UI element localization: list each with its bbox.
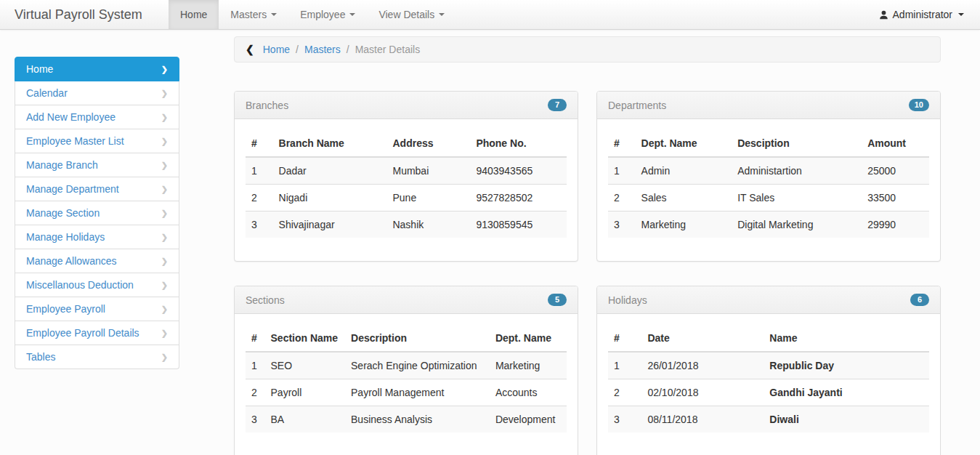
- chevron-right-icon: ❯: [161, 281, 168, 290]
- sections-panel: Sections 5 # Section Name Description De…: [234, 286, 578, 455]
- chevron-right-icon: ❯: [161, 257, 168, 266]
- cell: 1: [608, 157, 636, 185]
- panel-title: Departments: [608, 100, 666, 111]
- sidebar-item-manage-allowances[interactable]: Manage Allowances ❯: [15, 249, 179, 273]
- departments-panel-heading: Departments 10: [597, 92, 940, 119]
- table-row: 2 Payroll Payroll Management Accounts: [246, 379, 567, 406]
- sidebar-item-manage-holidays[interactable]: Manage Holidays ❯: [15, 225, 179, 249]
- sidebar-menu: Home ❯ Calendar ❯ Add New Employee ❯ Emp…: [15, 57, 179, 369]
- nav-item-view-details[interactable]: View Details: [367, 0, 456, 29]
- cell: 9130859545: [470, 212, 567, 238]
- cell: 2: [608, 185, 636, 212]
- sidebar-item-label: Employee Master List: [26, 135, 124, 147]
- dashboard-panels: Branches 7 # Branch Name Address Phone N…: [234, 91, 941, 455]
- breadcrumb-current: Master Details: [355, 44, 420, 55]
- nav-label: Home: [180, 9, 207, 20]
- column-header: Date: [641, 325, 764, 352]
- chevron-right-icon: ❯: [161, 233, 168, 242]
- app-brand[interactable]: Virtual Payroll System: [0, 0, 169, 29]
- cell: 3: [608, 212, 636, 238]
- main-content: ❮ Home / Masters / Master Details Branch…: [234, 36, 941, 455]
- sidebar-item-label: Tables: [26, 351, 55, 363]
- branches-table: # Branch Name Address Phone No. 1 Dadar …: [246, 130, 567, 238]
- chevron-right-icon: ❯: [161, 209, 168, 218]
- cell: Administartion: [732, 157, 862, 185]
- count-badge: 6: [910, 294, 929, 306]
- sidebar-item-label: Manage Holidays: [26, 231, 105, 243]
- cell: Marketing: [490, 352, 567, 379]
- cell: 02/10/2018: [641, 379, 764, 406]
- sidebar-item-employee-master-list[interactable]: Employee Master List ❯: [15, 129, 179, 153]
- sidebar-item-add-new-employee[interactable]: Add New Employee ❯: [15, 105, 179, 129]
- count-badge: 5: [548, 294, 567, 306]
- cell: SEO: [265, 352, 346, 379]
- column-header: #: [608, 325, 641, 352]
- sidebar-item-manage-department[interactable]: Manage Department ❯: [15, 177, 179, 201]
- nav-item-masters[interactable]: Masters: [219, 0, 288, 29]
- sidebar-item-calendar[interactable]: Calendar ❯: [15, 81, 179, 105]
- sidebar-item-employee-payroll[interactable]: Employee Payroll ❯: [15, 297, 179, 321]
- breadcrumb-link-home[interactable]: Home: [263, 44, 290, 55]
- cell: Republic Day: [764, 352, 929, 379]
- cell: 25000: [862, 157, 929, 185]
- column-header: #: [246, 325, 265, 352]
- nav-item-home[interactable]: Home: [169, 0, 219, 29]
- branches-panel: Branches 7 # Branch Name Address Phone N…: [234, 91, 578, 262]
- sidebar-item-tables[interactable]: Tables ❯: [15, 345, 179, 369]
- cell: 1: [608, 352, 641, 379]
- table-row: 3 08/11/2018 Diwali: [608, 406, 929, 433]
- chevron-right-icon: ❯: [161, 65, 168, 74]
- back-chevron-icon: ❮: [246, 44, 254, 55]
- cell: Accounts: [490, 379, 567, 406]
- branches-panel-body: # Branch Name Address Phone No. 1 Dadar …: [235, 119, 578, 261]
- chevron-right-icon: ❯: [161, 185, 168, 194]
- cell: Dadar: [273, 157, 387, 185]
- chevron-right-icon: ❯: [161, 137, 168, 146]
- cell: Nashik: [386, 212, 470, 238]
- sidebar-item-home[interactable]: Home ❯: [15, 57, 179, 81]
- column-header: Desciption: [732, 130, 862, 157]
- sidebar-item-label: Add New Employee: [26, 111, 116, 123]
- column-header: Address: [386, 130, 470, 157]
- sidebar-item-label: Manage Department: [26, 183, 119, 195]
- cell: 1: [246, 352, 265, 379]
- caret-down-icon: [271, 13, 277, 16]
- breadcrumb-separator: /: [347, 44, 349, 55]
- sidebar-item-employee-payroll-details[interactable]: Employee Payroll Details ❯: [15, 321, 179, 345]
- sections-panel-body: # Section Name Description Dept. Name 1 …: [235, 314, 578, 455]
- caret-down-icon: [958, 13, 964, 16]
- departments-panel: Departments 10 # Dept. Name Desciption A…: [596, 91, 941, 262]
- column-header: Amount: [862, 130, 929, 157]
- holidays-panel-body: # Date Name 1 26/01/2018 Republic Day: [597, 314, 940, 455]
- panel-title: Sections: [246, 294, 285, 306]
- count-badge: 7: [548, 99, 567, 111]
- column-header: Dept. Name: [636, 130, 732, 157]
- sidebar-item-manage-branch[interactable]: Manage Branch ❯: [15, 153, 179, 177]
- cell: 08/11/2018: [641, 406, 764, 433]
- sidebar-item-manage-section[interactable]: Manage Section ❯: [15, 201, 179, 225]
- table-row: 3 Shivajinagar Nashik 9130859545: [246, 212, 567, 238]
- user-menu[interactable]: Administrator: [863, 0, 980, 29]
- breadcrumb-link-masters[interactable]: Masters: [304, 44, 341, 55]
- cell: Marketing: [636, 212, 732, 238]
- sidebar-item-label: Manage Branch: [26, 159, 98, 171]
- cell: 3: [246, 212, 273, 238]
- column-header: Dept. Name: [490, 325, 567, 352]
- sidebar-item-label: Employee Payroll Details: [26, 327, 139, 339]
- nav-item-employee[interactable]: Employee: [288, 0, 367, 29]
- cell: Serach Engine Optimization: [345, 352, 490, 379]
- holidays-panel: Holidays 6 # Date Name: [596, 286, 941, 455]
- cell: Gandhi Jayanti: [764, 379, 929, 406]
- cell: 2: [246, 185, 273, 212]
- column-header: Branch Name: [273, 130, 387, 157]
- cell: BA: [265, 406, 346, 433]
- count-badge: 10: [909, 99, 929, 111]
- table-header-row: # Date Name: [608, 325, 929, 352]
- sidebar-item-label: Employee Payroll: [26, 303, 105, 315]
- user-menu-label: Administrator: [893, 9, 952, 20]
- cell: Digital Marketing: [732, 212, 862, 238]
- cell: Payroll Management: [345, 379, 490, 406]
- cell: Pune: [386, 185, 470, 212]
- top-navbar: Virtual Payroll System Home Masters Empl…: [0, 0, 980, 30]
- sidebar-item-miscellanous-deduction[interactable]: Miscellanous Deduction ❯: [15, 273, 179, 297]
